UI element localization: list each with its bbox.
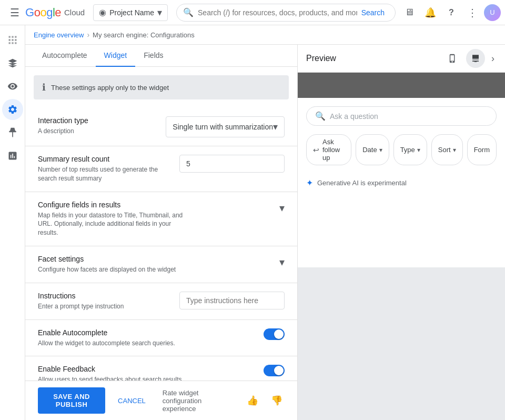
- summary-count-section: Summary result count Number of top resul…: [25, 146, 297, 192]
- menu-icon[interactable]: ☰: [4, 2, 25, 23]
- preview-filters: ↩ Ask follow up Date ▾ Type ▾: [306, 134, 497, 165]
- more-options-icon[interactable]: ⋮: [463, 3, 482, 22]
- interaction-type-value: Single turn with summarization: [173, 123, 273, 131]
- preview-search-icon: 🔍: [315, 111, 326, 121]
- date-arrow-icon: ▾: [379, 146, 382, 154]
- preview-widget: 🔍 Ask a question ↩ Ask follow up Date ▾: [298, 98, 505, 267]
- sidebar-icon-grid[interactable]: [2, 29, 23, 51]
- configure-fields-header[interactable]: Configure fields in results Map fields i…: [38, 201, 285, 237]
- preview-content: 🔍 Ask a question ↩ Ask follow up Date ▾: [298, 73, 505, 420]
- save-publish-button[interactable]: SAVE AND PUBLISH: [38, 387, 105, 414]
- tabs: Autocomplete Widget Fields: [25, 45, 297, 67]
- project-selector[interactable]: ◉ Project Name ▾: [93, 4, 168, 21]
- enable-feedback-label: Enable Feedback: [38, 365, 185, 373]
- configure-fields-expand-icon: ▾: [279, 202, 285, 214]
- enable-autocomplete-section: Enable Autocomplete Allow the widget to …: [25, 320, 297, 357]
- ai-sparkle-icon: ✦: [306, 178, 313, 188]
- instructions-label: Instructions: [38, 292, 124, 300]
- summary-count-label: Summary result count: [38, 155, 171, 163]
- preview-type-filter[interactable]: Type ▾: [393, 134, 427, 165]
- thumbs-down-button[interactable]: 👎: [269, 393, 285, 408]
- preview-search-box[interactable]: 🔍 Ask a question: [306, 106, 497, 126]
- global-search[interactable]: 🔍 Search: [176, 4, 396, 22]
- cancel-button[interactable]: CANCEL: [114, 392, 150, 410]
- configure-fields-label-group: Configure fields in results Map fields i…: [38, 201, 185, 237]
- avatar[interactable]: U: [484, 4, 501, 21]
- interaction-type-section: Interaction type A description Single tu…: [25, 108, 297, 146]
- notifications-icon[interactable]: 🔔: [421, 3, 440, 22]
- facet-settings-label: Facet settings: [38, 255, 176, 263]
- enable-feedback-toggle[interactable]: [264, 365, 285, 376]
- configure-fields-label: Configure fields in results: [38, 201, 185, 209]
- preview-mobile-btn[interactable]: [443, 49, 462, 68]
- instructions-label-group: Instructions Enter a prompt type instruc…: [38, 292, 124, 311]
- info-banner-text: These settings apply only to the widget: [51, 84, 169, 92]
- tab-autocomplete[interactable]: Autocomplete: [34, 45, 96, 67]
- google-cloud-logo: Google Cloud: [25, 6, 85, 19]
- summary-count-control: [179, 155, 285, 173]
- summary-count-input[interactable]: [179, 155, 285, 173]
- tab-fields[interactable]: Fields: [135, 45, 171, 67]
- sidebar-icons: [0, 25, 25, 420]
- configure-fields-section: Configure fields in results Map fields i…: [25, 192, 297, 246]
- bottom-bar: SAVE AND PUBLISH CANCEL Rate widget conf…: [25, 381, 297, 420]
- enable-feedback-row: Enable Feedback Allow users to send feed…: [38, 365, 285, 381]
- preview-expand-icon[interactable]: ›: [489, 51, 497, 66]
- breadcrumb: Engine overview › My search engine: Conf…: [25, 25, 505, 45]
- instructions-desc: Enter a prompt type instruction: [38, 302, 124, 311]
- enable-autocomplete-label-group: Enable Autocomplete Allow the widget to …: [38, 328, 175, 348]
- preview-date-filter[interactable]: Date ▾: [356, 134, 389, 165]
- sidebar-icon-settings[interactable]: [2, 99, 23, 120]
- interaction-type-control: Single turn with summarization ▾: [166, 116, 285, 137]
- preview-form-filter[interactable]: Form: [467, 134, 497, 165]
- preview-ai-note: ✦ Generative AI is experimental: [306, 178, 497, 188]
- preview-header: Preview ›: [298, 45, 505, 73]
- facet-settings-header[interactable]: Facet settings Configure how facets are …: [38, 255, 285, 274]
- preview-top-bar: [298, 73, 505, 98]
- preview-title: Preview: [306, 54, 439, 63]
- rate-text: Rate widget configuration experience: [163, 389, 236, 413]
- summary-count-desc: Number of top results used to generate t…: [38, 165, 171, 183]
- preview-followup-btn[interactable]: ↩ Ask follow up: [306, 134, 351, 165]
- interaction-type-desc: A description: [38, 127, 88, 136]
- settings-panel: ℹ These settings apply only to the widge…: [25, 67, 297, 381]
- top-nav: ☰ Google Cloud ◉ Project Name ▾ 🔍 Search…: [0, 0, 505, 25]
- instructions-section: Instructions Enter a prompt type instruc…: [25, 283, 297, 320]
- preview-type-label: Type: [400, 146, 415, 154]
- tab-widget[interactable]: Widget: [96, 45, 136, 67]
- interaction-type-dropdown[interactable]: Single turn with summarization ▾: [166, 116, 285, 137]
- monitor-icon[interactable]: 🖥: [400, 3, 419, 22]
- enable-autocomplete-label: Enable Autocomplete: [38, 328, 175, 337]
- sidebar-icon-chart[interactable]: [2, 145, 23, 166]
- info-banner: ℹ These settings apply only to the widge…: [34, 75, 289, 99]
- search-button[interactable]: Search: [357, 7, 389, 18]
- preview-ai-text: Generative AI is experimental: [317, 179, 407, 187]
- summary-count-label-group: Summary result count Number of top resul…: [38, 155, 171, 183]
- main-content: Engine overview › My search engine: Conf…: [25, 25, 505, 420]
- left-panel: Autocomplete Widget Fields ℹ These setti…: [25, 45, 298, 420]
- preview-date-label: Date: [362, 146, 377, 154]
- interaction-type-row: Interaction type A description Single tu…: [38, 116, 285, 137]
- breadcrumb-engine-overview[interactable]: Engine overview: [34, 31, 84, 39]
- project-name: Project Name: [109, 8, 154, 17]
- facet-settings-section: Facet settings Configure how facets are …: [25, 246, 297, 283]
- preview-desktop-btn[interactable]: [466, 49, 485, 68]
- preview-background: [298, 267, 505, 420]
- breadcrumb-current: My search engine: Configurations: [93, 31, 195, 39]
- help-icon[interactable]: ?: [442, 3, 461, 22]
- enable-autocomplete-toggle[interactable]: [264, 328, 285, 340]
- enable-feedback-section: Enable Feedback Allow users to send feed…: [25, 356, 297, 381]
- preview-panel: Preview › 🔍 Ask a question: [298, 45, 505, 420]
- sidebar-icon-eye[interactable]: [2, 76, 23, 97]
- sidebar-icon-layers[interactable]: [2, 53, 23, 74]
- sidebar-icon-pin[interactable]: [2, 122, 23, 143]
- instructions-input[interactable]: [179, 292, 285, 309]
- search-input[interactable]: [198, 8, 357, 17]
- sort-arrow-icon: ▾: [453, 146, 456, 154]
- facet-settings-label-group: Facet settings Configure how facets are …: [38, 255, 176, 274]
- thumbs-up-button[interactable]: 👍: [245, 393, 260, 408]
- preview-sort-label: Sort: [438, 146, 451, 154]
- enable-feedback-label-group: Enable Feedback Allow users to send feed…: [38, 365, 185, 381]
- preview-sort-filter[interactable]: Sort ▾: [431, 134, 463, 165]
- enable-feedback-desc: Allow users to send feedbacks about sear…: [38, 375, 185, 381]
